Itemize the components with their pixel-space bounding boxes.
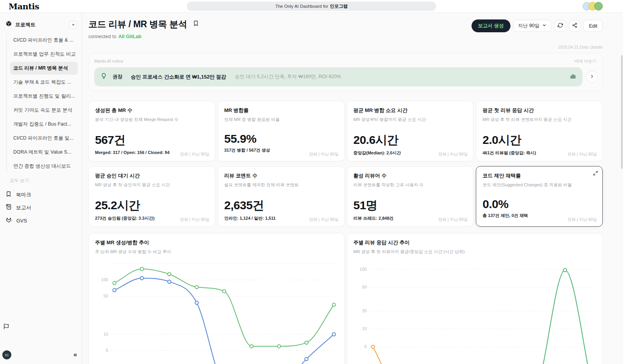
line-chart-review-response: 10050201052 <box>354 259 597 364</box>
kpi-footer: 전체 | 지난 90일 <box>180 217 209 222</box>
top-bar: Mantis The Only AI Dashboard for 인포그랩 <box>0 0 623 13</box>
connected-target: All GitLab <box>118 34 141 39</box>
kpi-footer: 전체 | 지난 90일 <box>567 217 597 222</box>
y-axis-tick: 10 <box>104 332 108 336</box>
show-all-link[interactable]: 모두 보기 <box>5 174 78 186</box>
data-point[interactable] <box>223 290 226 293</box>
kpi-value: 20.6시간 <box>354 132 467 148</box>
data-point[interactable] <box>113 282 116 285</box>
kpi-value: 2,635건 <box>224 198 338 214</box>
sidebar-item-project[interactable]: 프로젝트별 진행도 및 릴리... <box>10 90 78 103</box>
kpi-subtitle: 리뷰 코멘트를 작성한 고유 사용자 수 <box>354 182 467 188</box>
kpi-subtitle: MR 생성부터 병합까지 평균 소요 시간 <box>354 117 467 122</box>
recommendation-banner[interactable]: 권장 승인 프로세스 간소화로 연 ₩1,152만 절감 승인 대기 5.2시간… <box>94 67 583 86</box>
kpi-card[interactable]: 생성된 총 MR 수분석 기간 내 생성된 전체 Merge Request 수… <box>88 101 215 161</box>
lightbulb-icon <box>100 73 107 81</box>
data-point[interactable] <box>140 267 143 270</box>
add-project-button[interactable]: + <box>69 21 77 29</box>
notice-tag: 권장 <box>113 74 122 80</box>
kpi-card[interactable]: 평균 첫 리뷰 응답 시간MR 생성 후 첫 리뷰 코멘트까지 평균 소요 시간… <box>476 101 603 161</box>
data-point[interactable] <box>140 276 143 280</box>
page-title: 코드 리뷰 / MR 병목 분석 <box>88 18 187 30</box>
kpi-subtitle: 셀프 코멘트를 제외한 전체 리뷰 코멘트 <box>224 182 338 188</box>
kpi-footer: 전체 | 지난 90일 <box>180 152 209 157</box>
y-axis-tick: 100 <box>359 267 366 271</box>
chart-title: 주별 리뷰 응답 시간 추이 <box>354 239 597 246</box>
user-avatar[interactable]: IG <box>2 350 11 359</box>
data-point[interactable] <box>195 285 198 289</box>
collapse-sidebar-button[interactable]: « <box>74 351 77 359</box>
y-axis-tick: 50 <box>362 285 366 289</box>
kpi-title: 활성 리뷰어 수 <box>354 172 467 179</box>
bookmark-icon[interactable] <box>193 20 199 28</box>
kpi-title: 평균 승인 대기 시간 <box>95 172 209 179</box>
kpi-subtitle: 코드 제안(Suggested Changes) 중 적용된 비율 <box>482 182 596 188</box>
y-axis-tick: 10 <box>362 326 366 331</box>
sidebar-item-보고서[interactable]: 보고서 <box>5 201 78 214</box>
expand-icon[interactable] <box>593 170 598 177</box>
chart-card-mr-trend[interactable]: 주별 MR 생성/병합 추이 주 단위 MR 생성 수와 병합 수 비교 추이 … <box>88 233 345 364</box>
share-icon <box>572 23 577 30</box>
chart-card-review-response[interactable]: 주별 리뷰 응답 시간 추이 MR 생성 후 첫 리뷰까지 평균/중앙값 소요 … <box>347 233 603 364</box>
kpi-card[interactable]: 활성 리뷰어 수리뷰 코멘트를 작성한 고유 사용자 수51명리뷰 쓰레드: 2… <box>347 166 474 227</box>
generate-report-button[interactable]: 보고서 생성 <box>472 19 510 32</box>
data-point[interactable] <box>168 273 171 276</box>
scrollbar[interactable] <box>621 55 623 169</box>
sidebar-item-project[interactable]: 코드 리뷰 / MR 병목 분석 <box>10 62 78 75</box>
share-button[interactable] <box>569 20 581 32</box>
sidebar-item-project[interactable]: CI/CD 파이프라인 효율 & ... <box>10 34 78 47</box>
sidebar-item-project[interactable]: 커밋 기여도 속도 분포 분석 <box>10 104 78 117</box>
sidebar-item-project[interactable]: 연간 종합 생산성 대시보드 <box>10 160 78 173</box>
refresh-button[interactable] <box>554 20 566 32</box>
next-notice-button[interactable] <box>586 71 598 82</box>
sidebar-item-북마크[interactable]: 북마크 <box>5 188 78 201</box>
kpi-card[interactable]: MR 병합률전체 MR 중 병합 완료된 비율55.9%317건 병합 / 56… <box>218 101 345 161</box>
data-point[interactable] <box>563 268 566 271</box>
edit-button[interactable]: Edit <box>583 20 603 32</box>
sidebar-item-project[interactable]: 프로젝트별 업무 진척도 비교 <box>10 48 78 61</box>
data-point[interactable] <box>168 280 171 283</box>
sidebar-item-project[interactable]: 기술 부채 & 코드 복잡도 ... <box>10 76 78 89</box>
data-point[interactable] <box>305 357 308 360</box>
kpi-card[interactable]: 평균 MR 병합 소요 시간MR 생성부터 병합까지 평균 소요 시간20.6시… <box>347 101 474 161</box>
kpi-card[interactable]: 리뷰 코멘트 수셀프 코멘트를 제외한 전체 리뷰 코멘트2,635건인라인: … <box>218 166 345 227</box>
line-series-orange-series <box>373 347 592 364</box>
line-series-green-series <box>114 269 334 346</box>
data-point[interactable] <box>277 345 280 348</box>
chart-subtitle: 주 단위 MR 생성 수와 병합 수 비교 추이 <box>95 249 338 255</box>
kpi-title: 평균 MR 병합 소요 시간 <box>354 107 467 114</box>
date-range-dropdown[interactable]: 지난 90일 <box>513 20 552 32</box>
data-point[interactable] <box>250 345 253 348</box>
sidebar-item-GVS[interactable]: GVS <box>5 214 78 227</box>
y-axis-tick: 100 <box>101 277 108 282</box>
data-point[interactable] <box>332 332 335 336</box>
flag-icon[interactable] <box>3 324 9 331</box>
data-point[interactable] <box>113 289 116 292</box>
data-point[interactable] <box>332 303 335 306</box>
data-point[interactable] <box>195 301 198 304</box>
data-point[interactable] <box>305 341 308 344</box>
kpi-card[interactable]: 평균 승인 대기 시간MR 생성 후 첫 승인까지 평균 소요 시간25.2시간… <box>88 166 215 227</box>
chart-grid: 주별 MR 생성/병합 추이 주 단위 MR 생성 수와 병합 수 비교 추이 … <box>88 233 603 364</box>
chevron-down-icon <box>542 23 547 29</box>
notice-label: Mantis AI notice <box>94 59 123 64</box>
kpi-footer: 전체 | 지난 90일 <box>309 152 339 157</box>
sidebar-item-project[interactable]: DORA 메트릭 및 Value S... <box>10 146 78 159</box>
kpi-title: 리뷰 코멘트 수 <box>224 172 338 179</box>
kpi-footer: 전체 | 지난 90일 <box>309 217 339 222</box>
sidebar-item-project[interactable]: CI/CD 파이프라인 효율 및... <box>10 132 78 145</box>
chart-subtitle: MR 생성 후 첫 리뷰까지 평균/중앙값 소요 시간 (시간 단위) <box>354 249 597 255</box>
notice-detail: 승인 대기 5.2시간 단축, 투자 ₩160만, ROI 620% <box>235 74 564 80</box>
chart-title: 주별 MR 생성/병합 추이 <box>95 239 338 246</box>
project-list: CI/CD 파이프라인 효율 & ...프로젝트별 업무 진척도 비교코드 리뷰… <box>6 34 78 173</box>
notice-more-link[interactable]: +9개 더보기 <box>574 59 596 64</box>
data-point[interactable] <box>371 345 374 348</box>
top-banner: The Only AI Dashboard for 인포그랩 <box>187 2 436 11</box>
line-chart-mr-trend: 10050105 <box>95 259 338 364</box>
avatar[interactable] <box>594 2 603 10</box>
ai-notice-panel: Mantis AI notice +9개 더보기 권장 승인 프로세스 간소화로… <box>88 53 603 91</box>
kpi-subtitle: 전체 MR 중 병합 완료된 비율 <box>224 117 338 122</box>
sidebar-item-project[interactable]: 개발자 집중도 / Bus Fact... <box>10 118 78 131</box>
kpi-card[interactable]: 코드 제안 채택률코드 제안(Suggested Changes) 중 적용된 … <box>476 166 603 227</box>
sidebar-section-label: 프로젝트 <box>15 21 66 28</box>
